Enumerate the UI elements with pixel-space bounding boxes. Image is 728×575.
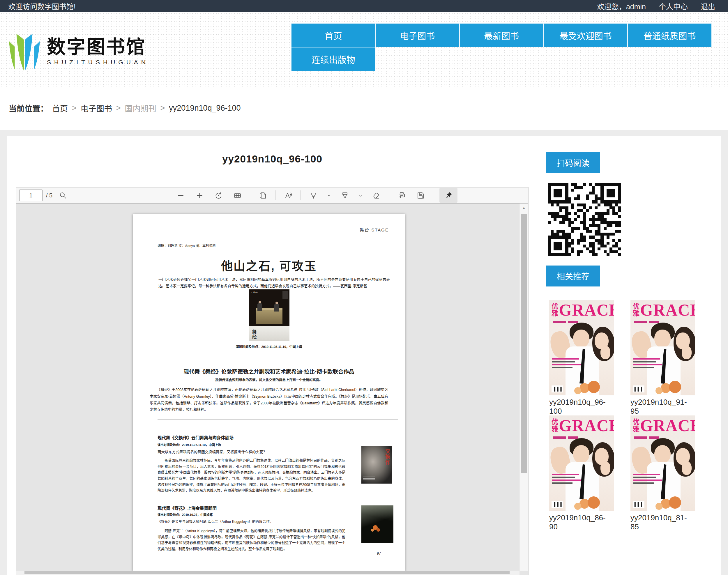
highlighter-icon[interactable] (338, 189, 351, 202)
section3-lead: 《野花》是金星与编舞大师阿瑟·库克兰（Arthur Kuggeleyn）的再度合… (158, 519, 345, 524)
profile-link[interactable]: 个人中心 (659, 1, 688, 11)
section3-body: 阿瑟·库克兰（Arthur Kuggeleyn），荷兰前卫编舞大师，他的编舞挑战… (158, 528, 345, 552)
barcode (552, 385, 563, 393)
exchange-poster-image: 交换作 (361, 446, 392, 483)
poster-title: 舞经 (251, 330, 257, 339)
rotate-icon[interactable] (212, 189, 225, 202)
page-corner-label: 舞台 STAGE (360, 227, 389, 233)
scan-to-read-button[interactable]: 扫码阅读 (546, 152, 600, 173)
breadcrumb-current: yy2019n10q_96-100 (169, 104, 240, 113)
save-icon[interactable] (414, 189, 427, 202)
related-book-cover[interactable]: 优雅 GRACE yy2019n10q_91-95 (630, 300, 695, 416)
nav-ebooks[interactable]: 电子图书 (375, 23, 460, 47)
document-title: yy2019n10q_96-100 (16, 153, 529, 165)
masthead-text: GRACE (559, 417, 614, 434)
search-icon[interactable] (57, 189, 69, 202)
welcome-text: 欢迎访问数字图书馆! (8, 1, 76, 11)
horizontal-scrollbar[interactable] (16, 571, 520, 575)
section2-lead: 两大以东方式舞蹈闻名的舞团交换编舞家，又将擦出什么样的火花？ (158, 449, 267, 454)
barcode (552, 501, 563, 508)
nav-paper-books[interactable]: 普通纸质图书 (628, 23, 712, 47)
poster-caption: 演出时间及地点：2019.11.08-11.10，中国上海 (133, 344, 405, 349)
masthead-text: GRACE (640, 417, 695, 434)
site-name: 数字图书馆 (47, 37, 149, 57)
print-icon[interactable] (395, 189, 408, 202)
zoom-out-icon[interactable] (174, 189, 187, 202)
pin-icon[interactable] (439, 188, 458, 203)
breadcrumb-label: 当前位置： (9, 102, 48, 114)
main-nav: 首页 电子图书 最新图书 最受欢迎图书 普通纸质图书 连续出版物 (291, 23, 712, 71)
eraser-icon[interactable] (370, 189, 383, 202)
wildflower-poster-image (361, 505, 393, 543)
pdf-viewer: / 5 (16, 187, 529, 575)
qr-code (548, 183, 621, 256)
breadcrumb-journals[interactable]: 国内期刊 (125, 102, 156, 114)
vertical-scrollbar[interactable]: ▲ (519, 204, 528, 571)
read-aloud-icon[interactable] (282, 189, 294, 202)
page-number-input[interactable] (19, 190, 42, 201)
content-card: yy2019n10q_96-100 / 5 (7, 136, 721, 575)
magazine-cover-art: 优雅 GRACE (630, 300, 695, 395)
clip-page-icon[interactable] (256, 189, 269, 202)
nav-serials[interactable]: 连续出版物 (291, 47, 375, 71)
magazine-cover-art: 优雅 GRACE (630, 415, 695, 511)
related-book-title[interactable]: yy2019n10q_91-95 (630, 398, 695, 416)
section3-heading: 现代舞《野花》上海金星舞蹈团 (158, 505, 217, 511)
related-recommendations-button[interactable]: 相关推荐 (546, 266, 600, 286)
article-byline: 编辑：刘理慧 文：Sonya 图：本刊资料 (158, 243, 216, 248)
breadcrumb: 当前位置： 首页 > 电子图书 > 国内期刊 > yy2019n10q_96-1… (9, 102, 241, 114)
viewer-toolbar: / 5 (16, 188, 528, 204)
section2-date: 演出时间及地点：2019.11.07-11.10，中国上海 (158, 443, 221, 447)
related-book-cover[interactable]: 优雅 GRACE yy2019n10q_86-90 (549, 415, 614, 531)
scroll-up-arrow[interactable]: ▲ (520, 204, 528, 212)
vertical-scroll-thumb[interactable] (521, 214, 527, 473)
logout-link[interactable]: 退出 (701, 1, 715, 11)
page-number: 97 (377, 551, 381, 555)
top-bar: 欢迎访问数字图书馆! 欢迎您，admin 个人中心 退出 (0, 0, 728, 12)
section1-subtitle: 独特传递含深刻想象的表演，将文化交流的概念上升到一个全新的高度。 (133, 377, 405, 382)
nav-new-books[interactable]: 最新图书 (460, 23, 544, 47)
related-book-title[interactable]: yy2019n10q_81-85 (630, 513, 695, 531)
article-intro: 一门艺术必须弄懂另一门艺术如何运用艺术手法，然后将相同的基本原则运用到自身的艺术… (158, 277, 390, 290)
breadcrumb-bar: 当前位置： 首页 > 电子图书 > 国内期刊 > yy2019n10q_96-1… (0, 87, 728, 130)
masthead-text: GRACE (640, 302, 695, 318)
poster-title: 交换作 (384, 449, 391, 465)
masthead-text: GRACE (559, 302, 614, 318)
article-title: 他山之石, 可攻玉 (133, 257, 405, 274)
sutra-poster-image: ♫ Music 舞经 (249, 290, 290, 341)
zoom-in-icon[interactable] (193, 189, 206, 202)
page-total: / 5 (46, 192, 53, 199)
greeting-text: 欢迎您，admin (597, 1, 646, 11)
section2-heading: 现代舞《交换作》云门舞集与陶身体剧场 (158, 434, 234, 440)
nav-popular-books[interactable]: 最受欢迎图书 (543, 23, 628, 47)
magazine-cover-art: 优雅 GRACE (549, 415, 614, 511)
chevron-down-icon[interactable] (326, 189, 332, 202)
site-logo[interactable]: 数字图书馆 SHUZITUSHUGUAN (7, 29, 149, 74)
barcode (633, 385, 644, 393)
site-header: 数字图书馆 SHUZITUSHUGUAN 首页 电子图书 最新图书 最受欢迎图书… (0, 12, 728, 87)
nav-home[interactable]: 首页 (291, 23, 375, 47)
magazine-cover-art: 优雅 GRACE (549, 300, 614, 395)
section1-heading: 现代舞《舞经》伦敦萨德勒之井剧院和艺术家希迪·拉比·彻卡欧联合作品 (133, 367, 405, 375)
viewer-canvas: 舞台 STAGE 编辑：刘理慧 文：Sonya 图：本刊资料 他山之石, 可攻玉… (16, 204, 528, 571)
related-book-cover[interactable]: 优雅 GRACE yy2019n10q_96-100 (549, 300, 614, 416)
chevron-down-icon[interactable] (357, 189, 364, 202)
fit-width-icon[interactable] (231, 189, 244, 202)
horizontal-scroll-thumb[interactable] (25, 571, 509, 574)
book-logo-icon (7, 29, 42, 74)
related-book-cover[interactable]: 优雅 GRACE yy2019n10q_81-85 (630, 415, 695, 531)
section3-date: 演出时间及地点：2019.10.27，中国成都 (158, 512, 212, 517)
pen-icon[interactable] (307, 189, 320, 202)
section2-body: 备受国际尊崇的编舞家林怀民，今年年底将从他创办的云门舞集退休。以往云门演出的都是… (158, 458, 345, 494)
breadcrumb-ebooks[interactable]: 电子图书 (81, 102, 112, 114)
barcode (633, 501, 644, 508)
pdf-page: 舞台 STAGE 编辑：刘理慧 文：Sonya 图：本刊资料 他山之石, 可攻玉… (133, 214, 405, 571)
site-name-en: SHUZITUSHUGUAN (47, 59, 149, 66)
related-book-title[interactable]: yy2019n10q_96-100 (549, 398, 614, 416)
breadcrumb-home[interactable]: 首页 (52, 102, 68, 114)
related-book-title[interactable]: yy2019n10q_86-90 (549, 513, 614, 531)
section1-body: 《舞经》于2008年在伦敦萨德勒之井剧院首演，由伦敦萨德勒之井剧院联合艺术家希迪… (150, 386, 388, 413)
